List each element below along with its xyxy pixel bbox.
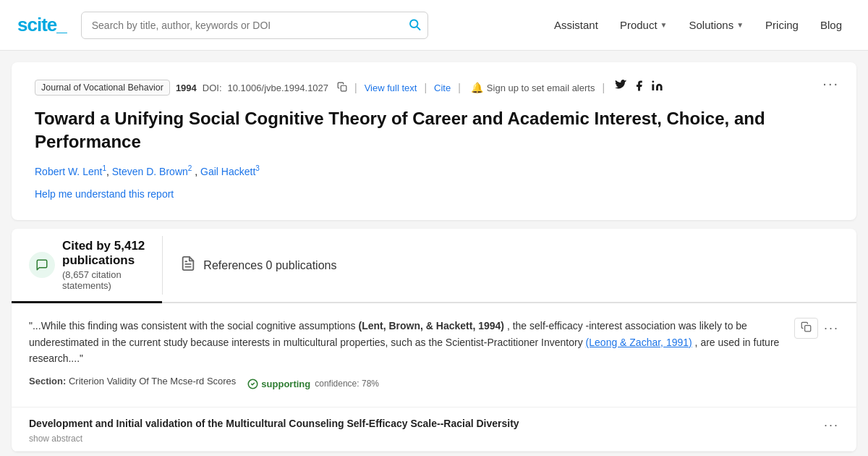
author-3-sup: 3 — [255, 164, 260, 172]
nav-assistant[interactable]: Assistant — [545, 13, 607, 37]
alert-area: 🔔 Sign up to set email alerts — [471, 82, 595, 93]
author-3-link[interactable]: Gail Hackett — [197, 165, 255, 177]
svg-rect-2 — [341, 85, 346, 91]
nav-pricing[interactable]: Pricing — [757, 13, 807, 37]
paper-more-button[interactable]: ··· — [822, 75, 839, 92]
svg-point-4 — [652, 80, 654, 83]
main-content: ··· Journal of Vocational Behavior 1994 … — [0, 51, 868, 456]
references-label: References 0 publications — [203, 259, 336, 272]
sep4: | — [602, 82, 605, 93]
paper-meta: Journal of Vocational Behavior 1994 DOI:… — [35, 80, 833, 96]
author-1-link[interactable]: Robert W. Lent — [35, 165, 102, 177]
nav-solutions[interactable]: Solutions ▼ — [680, 13, 752, 37]
paper-doi-label: DOI: — [203, 83, 222, 93]
next-paper-title[interactable]: Development and Initial validation of th… — [29, 418, 519, 429]
cited-by-count: Cited by 5,412 publications — [62, 239, 145, 268]
quote-start: "...While this finding was consistent wi… — [29, 320, 356, 332]
logo-underscore: _ — [56, 14, 66, 35]
svg-rect-7 — [805, 326, 811, 332]
nav-solutions-label: Solutions — [689, 19, 733, 31]
section-label: Section: Criterion Validity Of The Mcse-… — [29, 376, 236, 387]
social-icons — [615, 80, 663, 96]
citation-card-2-header: Development and Initial validation of th… — [12, 408, 856, 452]
paper-card: ··· Journal of Vocational Behavior 1994 … — [12, 62, 856, 220]
copy-citation-button[interactable] — [794, 318, 818, 339]
twitter-icon[interactable] — [615, 80, 627, 96]
copy-icon[interactable] — [337, 82, 347, 94]
quote-link[interactable]: (Leong & Zachar, 1991) — [586, 337, 692, 348]
citations-section: Cited by 5,412 publications (8,657 citat… — [12, 229, 856, 451]
cited-by-tab-text: Cited by 5,412 publications (8,657 citat… — [62, 239, 145, 291]
references-tab[interactable]: References 0 publications — [163, 229, 354, 302]
nav-product-label: Product — [620, 19, 658, 31]
linkedin-icon[interactable] — [651, 80, 663, 96]
cited-by-icon — [29, 252, 55, 278]
statements-subtitle: (8,657 citation statements) — [62, 269, 145, 291]
nav-blog-label: Blog — [820, 19, 842, 31]
sep3: | — [458, 82, 461, 93]
supporting-badge: supporting — [247, 379, 310, 389]
bell-icon[interactable]: 🔔 — [471, 82, 483, 93]
next-paper-info: Development and Initial validation of th… — [29, 418, 519, 444]
paper-title: Toward a Unifying Social Cognitive Theor… — [35, 107, 833, 154]
cited-by-tab[interactable]: Cited by 5,412 publications (8,657 citat… — [12, 229, 162, 303]
solutions-chevron-icon: ▼ — [736, 21, 744, 29]
nav-blog[interactable]: Blog — [812, 13, 851, 37]
citation-more-button-2[interactable]: ··· — [824, 418, 839, 433]
references-icon — [180, 256, 196, 275]
product-chevron-icon: ▼ — [660, 21, 668, 29]
help-link[interactable]: Help me understand this report — [35, 188, 174, 200]
author-sep-1: , — [106, 165, 112, 177]
search-input[interactable] — [81, 12, 428, 39]
logo-text: scite — [17, 14, 56, 35]
nav-assistant-label: Assistant — [554, 19, 598, 31]
show-abstract-link[interactable]: show abstract — [29, 434, 82, 444]
cited-title-span: Cited by 5,412 — [62, 239, 145, 253]
paper-year: 1994 — [176, 83, 197, 93]
facebook-icon[interactable] — [633, 80, 645, 96]
header: scite_ Assistant Product ▼ Solutions ▼ P… — [0, 0, 868, 51]
alert-text[interactable]: Sign up to set email alerts — [487, 83, 595, 93]
author-2-link[interactable]: Steven D. Brown — [112, 165, 188, 177]
nav-pricing-label: Pricing — [765, 19, 799, 31]
citation-card-1: "...While this finding was consistent wi… — [12, 303, 856, 407]
svg-line-1 — [417, 26, 420, 29]
authors-line: Robert W. Lent1, Steven D. Brown2 , Gail… — [35, 164, 833, 177]
citations-tabs: Cited by 5,412 publications (8,657 citat… — [12, 229, 856, 303]
main-nav: Assistant Product ▼ Solutions ▼ Pricing … — [545, 13, 851, 37]
supporting-label: supporting — [261, 379, 310, 389]
author-sep-2: , — [192, 165, 197, 177]
paper-doi-value: 10.1006/jvbe.1994.1027 — [228, 83, 329, 93]
cited-subtitle-span: publications — [62, 253, 135, 267]
nav-product[interactable]: Product ▼ — [611, 13, 676, 37]
citation-quote-1: "...While this finding was consistent wi… — [29, 318, 783, 366]
confidence-text: confidence: 78% — [315, 379, 379, 389]
sep2: | — [424, 82, 427, 93]
view-full-text-link[interactable]: View full text — [365, 83, 417, 93]
citation-more-button-1[interactable]: ··· — [824, 321, 839, 336]
sep1: | — [354, 82, 357, 93]
logo[interactable]: scite_ — [17, 14, 67, 36]
svg-rect-3 — [652, 84, 654, 90]
search-button[interactable] — [408, 17, 421, 33]
journal-badge: Journal of Vocational Behavior — [35, 80, 170, 96]
quote-bold: (Lent, Brown, & Hackett, 1994) — [359, 320, 505, 332]
cite-link[interactable]: Cite — [434, 83, 451, 93]
citation-meta-1: Section: Criterion Validity Of The Mcse-… — [29, 376, 839, 392]
search-wrapper — [81, 12, 428, 39]
